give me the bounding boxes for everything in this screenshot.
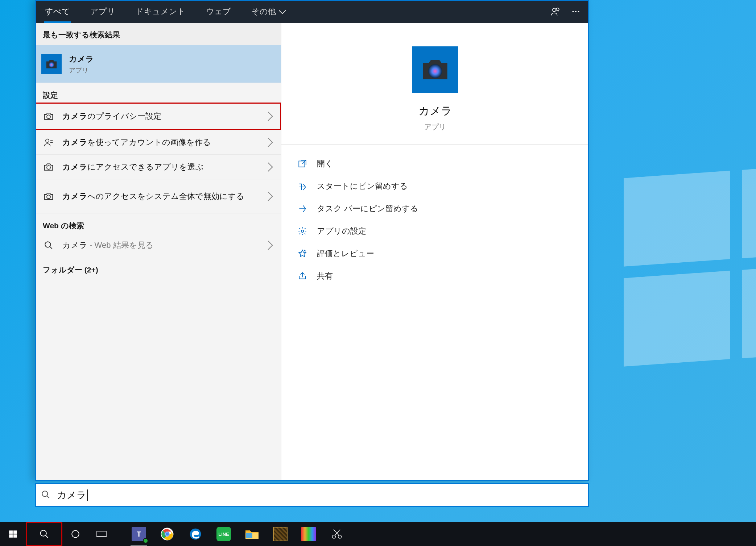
settings-item-camera-access-apps[interactable]: カメラにアクセスできるアプリを選ぶ <box>35 155 281 179</box>
tab-documents-label: ドキュメント <box>136 6 186 17</box>
camera-icon <box>41 111 56 122</box>
svg-point-8 <box>47 195 50 199</box>
taskbar-app-line[interactable]: LINE <box>210 522 237 546</box>
svg-rect-17 <box>13 534 17 538</box>
action-pin-start[interactable]: スタートにピン留めする <box>294 175 576 197</box>
tab-web-label: ウェブ <box>206 6 231 17</box>
settings-item-2-bold: カメラ <box>62 162 87 171</box>
tab-apps-label: アプリ <box>90 6 115 17</box>
settings-item-camera-disable-system[interactable]: カメラへのアクセスをシステム全体で無効にする <box>35 179 281 213</box>
action-pin-taskbar-label: タスク バーにピン留めする <box>317 203 418 214</box>
search-icon <box>41 241 56 250</box>
star-icon <box>294 249 310 258</box>
tab-all-label: すべて <box>45 6 70 17</box>
taskbar-app-unknown-dark[interactable] <box>267 522 294 546</box>
pin-taskbar-icon <box>294 204 310 213</box>
cortana-button[interactable] <box>62 522 88 546</box>
chevron-right-icon <box>264 162 273 171</box>
settings-item-1-bold: カメラ <box>62 138 87 147</box>
tab-apps[interactable]: アプリ <box>80 0 125 23</box>
taskbar-app-edge[interactable] <box>182 522 209 546</box>
svg-point-6 <box>46 139 49 142</box>
tab-all[interactable]: すべて <box>35 0 80 23</box>
pin-start-icon <box>294 182 310 191</box>
svg-rect-27 <box>246 533 252 538</box>
chevron-right-icon <box>264 112 273 121</box>
wallpaper-windows-logo <box>624 162 756 366</box>
action-share[interactable]: 共有 <box>294 265 576 287</box>
taskbar: T LINE <box>0 522 756 546</box>
svg-point-0 <box>553 8 556 12</box>
search-filter-tabs: すべて アプリ ドキュメント ウェブ その他 <box>35 0 294 23</box>
search-icon <box>41 490 52 501</box>
chevron-down-icon <box>279 7 286 14</box>
action-pin-start-label: スタートにピン留めする <box>317 181 408 192</box>
web-item-suffix: - Web 結果を見る <box>87 241 154 250</box>
action-share-label: 共有 <box>317 271 333 282</box>
search-panel-header: すべて アプリ ドキュメント ウェブ その他 <box>35 0 589 23</box>
chevron-right-icon <box>264 138 273 147</box>
preview-column: カメラ アプリ 開く スタートにピン留めする <box>281 23 589 481</box>
tab-web[interactable]: ウェブ <box>196 0 241 23</box>
tab-more[interactable]: その他 <box>241 0 294 23</box>
start-button[interactable] <box>0 522 26 546</box>
svg-point-29 <box>338 535 342 538</box>
action-pin-taskbar[interactable]: タスク バーにピン留めする <box>294 197 576 220</box>
best-match-title: カメラ <box>69 54 94 63</box>
camera-app-tile-icon <box>41 54 62 74</box>
best-match-header: 最も一致する検索結果 <box>35 23 281 45</box>
svg-point-19 <box>72 530 79 538</box>
camera-icon <box>41 162 56 172</box>
svg-point-3 <box>578 11 579 12</box>
folder-header[interactable]: フォルダー (2+) <box>35 258 281 277</box>
svg-point-7 <box>47 166 50 169</box>
taskbar-app-unknown-rainbow[interactable] <box>295 522 322 546</box>
chevron-right-icon <box>264 241 273 250</box>
svg-point-28 <box>332 535 335 538</box>
svg-point-9 <box>45 242 50 247</box>
svg-point-5 <box>47 115 50 118</box>
settings-item-2-rest: にアクセスできるアプリを選ぶ <box>87 162 204 171</box>
search-input[interactable]: カメラ <box>35 483 589 507</box>
share-icon <box>294 271 310 281</box>
more-options-icon[interactable] <box>567 3 584 20</box>
tab-more-label: その他 <box>251 6 276 17</box>
settings-item-3-rest: へのアクセスをシステム全体で無効にする <box>87 192 244 201</box>
preview-hero: カメラ アプリ <box>281 23 589 145</box>
settings-item-account-picture[interactable]: カメラを使ってアカウントの画像を作る <box>35 130 281 155</box>
preview-title: カメラ <box>418 104 452 118</box>
action-open-label: 開く <box>317 158 333 169</box>
web-item-title: カメラ <box>62 241 87 250</box>
action-app-settings[interactable]: アプリの設定 <box>294 220 576 242</box>
task-view-button[interactable] <box>88 522 115 546</box>
svg-point-25 <box>165 532 169 536</box>
svg-rect-15 <box>13 530 17 534</box>
settings-gear-icon <box>294 226 310 236</box>
taskbar-search-button[interactable] <box>26 522 62 546</box>
settings-item-1-rest: を使ってアカウントの画像を作る <box>87 138 211 147</box>
tab-documents[interactable]: ドキュメント <box>125 0 196 23</box>
text-cursor <box>87 489 88 501</box>
taskbar-app-chrome[interactable] <box>154 522 181 546</box>
user-icon <box>41 137 56 147</box>
svg-point-13 <box>42 491 47 496</box>
taskbar-app-snip-sketch[interactable] <box>323 522 350 546</box>
search-input-value: カメラ <box>57 489 88 501</box>
action-rate-label: 評価とレビュー <box>317 248 374 259</box>
results-column: 最も一致する検索結果 カメラ アプリ 設定 <box>35 23 281 481</box>
feedback-icon[interactable] <box>547 3 564 20</box>
svg-point-18 <box>41 530 46 536</box>
taskbar-app-teams[interactable]: T <box>125 522 152 546</box>
settings-item-0-rest: のプライバシー設定 <box>87 112 161 121</box>
preview-subtitle: アプリ <box>424 122 446 132</box>
preview-actions: 開く スタートにピン留めする タスク バーにピン留めする <box>281 145 589 295</box>
action-app-settings-label: アプリの設定 <box>317 226 366 237</box>
preview-app-tile-icon <box>412 46 458 93</box>
action-rate-review[interactable]: 評価とレビュー <box>294 242 576 265</box>
action-open[interactable]: 開く <box>294 153 576 175</box>
svg-point-4 <box>49 62 54 67</box>
settings-item-camera-privacy[interactable]: カメラのプライバシー設定 <box>35 103 281 130</box>
taskbar-app-file-explorer[interactable] <box>239 522 265 546</box>
best-match-result[interactable]: カメラ アプリ <box>35 45 281 83</box>
web-search-item[interactable]: カメラ - Web 結果を見る <box>35 233 281 258</box>
